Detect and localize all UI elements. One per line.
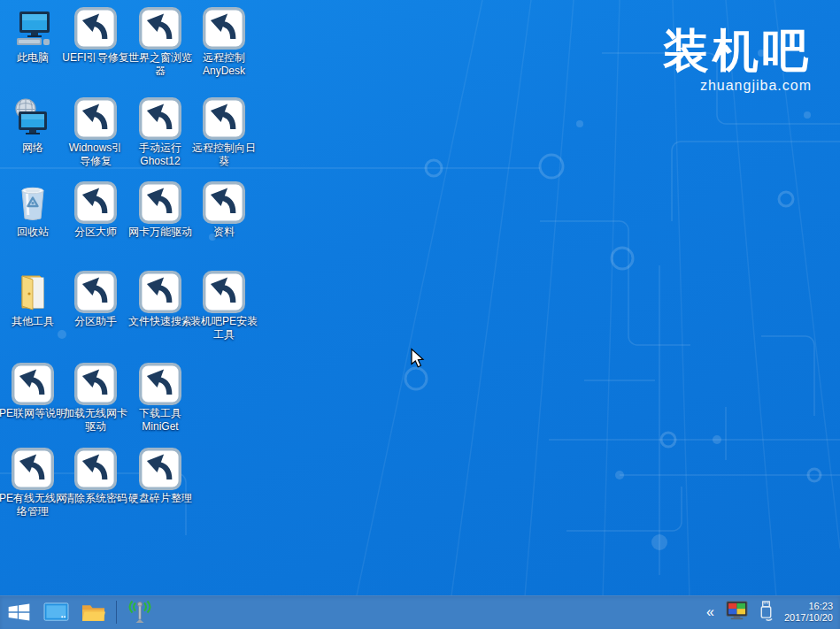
taskbar-separator — [116, 601, 117, 624]
shortcut-arrow-overlay — [74, 181, 117, 224]
shortcut-arrow-overlay — [203, 97, 245, 140]
icon-label: 装机吧PE安装 工具 — [175, 315, 273, 341]
shortcut-arrow-overlay — [74, 271, 117, 313]
network-icon — [12, 97, 54, 140]
brand-domain: zhuangjiba.com — [663, 78, 812, 94]
desktop-icon-zhuangjiba-pe-installer[interactable]: 装机吧 装机吧PE安装 工具 — [192, 267, 256, 341]
shortcut-arrow-overlay — [139, 363, 181, 405]
shortcut-arrow-overlay — [12, 448, 54, 490]
icon-label: 远程控制向日 葵 — [175, 142, 273, 168]
clock-date: 2017/10/20 — [784, 612, 833, 624]
clock-time: 16:23 — [784, 601, 833, 612]
wireless-tool-button[interactable] — [121, 595, 158, 629]
start-button[interactable] — [0, 595, 37, 629]
shortcut-arrow-overlay — [203, 7, 245, 50]
display-settings-tray-button[interactable] — [726, 601, 748, 625]
desktop-icon-sunflower-remote[interactable]: 远程控制向日 葵 — [192, 94, 256, 168]
shortcut-arrow-overlay — [12, 363, 54, 405]
shortcut-arrow-overlay — [139, 448, 181, 490]
taskbar-clock[interactable]: 16:23 2017/10/20 — [784, 601, 833, 624]
desktop-icon-pe-network-manager[interactable]: PE有线无线网 络管理 — [1, 444, 65, 518]
desktop: 装机吧 zhuangjiba.com 此电脑 — [0, 0, 840, 629]
system-tray: « 16:23 2017/10/20 — [705, 600, 840, 625]
desktop-icon-anydesk-remote[interactable]: 远程控制 AnyDesk — [192, 4, 256, 78]
icon-label: 下载工具 MiniGet — [112, 407, 209, 433]
file-explorer-button[interactable] — [74, 595, 112, 629]
antenna-icon — [127, 600, 153, 625]
shortcut-arrow-overlay — [139, 271, 181, 313]
usb-eject-tray-button[interactable] — [758, 600, 774, 625]
taskbar: « 16:23 2017/10/20 — [0, 595, 840, 629]
shortcut-arrow-overlay — [74, 97, 117, 140]
folder-icon — [81, 602, 106, 624]
this-pc-icon — [12, 7, 54, 50]
shortcut-arrow-overlay — [139, 97, 181, 140]
desktop-icon-documents[interactable]: 资料 — [192, 178, 256, 239]
usb-device-icon — [758, 600, 774, 622]
shortcut-arrow-overlay — [74, 448, 117, 490]
shortcut-arrow-overlay — [203, 181, 245, 224]
blue-monitor-icon — [43, 602, 69, 624]
tray-expand-button[interactable]: « — [705, 602, 716, 623]
shortcut-arrow-overlay — [139, 7, 181, 50]
color-display-icon — [726, 601, 748, 621]
shortcut-arrow-overlay — [203, 271, 245, 313]
taskbar-desktop-app-button[interactable] — [37, 595, 74, 629]
icon-label: 硬盘碎片整理 — [112, 492, 209, 505]
brand-logo: 装机吧 zhuangjiba.com — [663, 25, 812, 94]
desktop-icon-miniget-downloader[interactable]: 下载工具 MiniGet — [128, 359, 192, 433]
shortcut-arrow-overlay — [74, 7, 117, 50]
shortcut-arrow-overlay — [74, 363, 117, 405]
icon-label: 资料 — [175, 226, 273, 239]
icon-label: 远程控制 AnyDesk — [175, 51, 273, 78]
open-folder-icon — [12, 271, 54, 313]
shortcut-arrow-overlay — [139, 181, 181, 224]
mouse-cursor — [408, 348, 426, 369]
recycle-bin-icon — [12, 181, 54, 224]
desktop-icon-disk-defrag[interactable]: 硬盘碎片整理 — [128, 444, 192, 505]
windows-logo-icon — [7, 602, 31, 623]
brand-title: 装机吧 — [663, 25, 812, 76]
